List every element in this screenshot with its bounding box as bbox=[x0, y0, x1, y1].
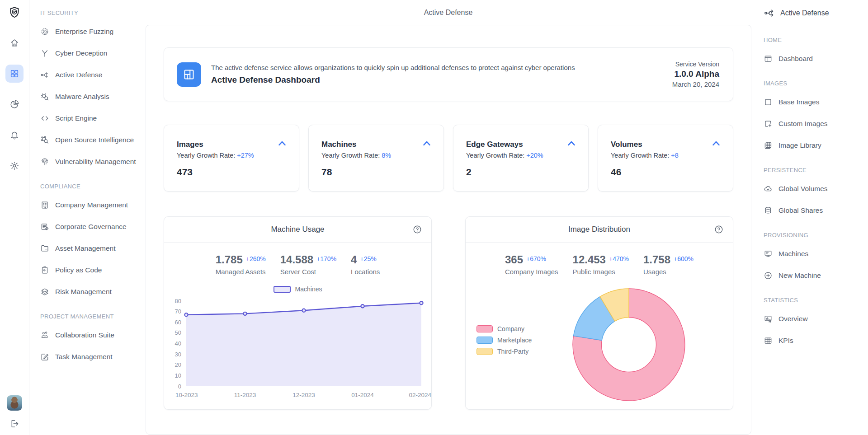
right-sidebar-item-global-volumes[interactable]: Global Volumes bbox=[764, 178, 864, 200]
flow-branch-icon bbox=[40, 70, 49, 80]
home-icon bbox=[9, 38, 19, 48]
rail-item-grid[interactable] bbox=[5, 65, 24, 83]
legend-label: Marketplace bbox=[497, 337, 532, 344]
banner-description: The active defense service allows organi… bbox=[211, 64, 575, 71]
code-icon bbox=[40, 114, 49, 123]
legend-item-company[interactable]: Company bbox=[476, 325, 532, 332]
chart-stats: 365+670% Company Images 12.453+470% Publ… bbox=[466, 254, 733, 276]
help-icon[interactable] bbox=[714, 225, 724, 237]
rail-item-home[interactable] bbox=[5, 34, 24, 52]
sidebar-item-label: Policy as Code bbox=[55, 266, 102, 274]
sidebar-item-task-management[interactable]: Task Management bbox=[40, 346, 140, 368]
legend-swatch bbox=[476, 325, 493, 332]
database-icon bbox=[764, 206, 773, 215]
stat-card-growth-value: +27% bbox=[237, 152, 254, 159]
stat-card-title: Volumes bbox=[611, 140, 721, 149]
stat-card-title: Machines bbox=[321, 140, 432, 149]
rail-item-gear[interactable] bbox=[5, 157, 24, 175]
sidebar-item-script-engine[interactable]: Script Engine bbox=[40, 108, 140, 129]
legend-item-machines[interactable]: Machines bbox=[164, 285, 431, 293]
legend-swatch bbox=[476, 337, 493, 344]
sidebar-item-open-source-intelligence[interactable]: Open Source Intelligence bbox=[40, 129, 140, 151]
main-panel: The active defense service allows organi… bbox=[146, 25, 751, 435]
legend-swatch bbox=[274, 286, 291, 293]
chevron-up-icon[interactable] bbox=[710, 138, 722, 151]
sidebar-section-label: IT SECURITY bbox=[40, 9, 140, 17]
legend-label: Company bbox=[497, 325, 524, 332]
stat-card-row: Images Yearly Growth Rate: +27% 473 Mach… bbox=[164, 125, 733, 192]
sidebar-item-active-defense[interactable]: Active Defense bbox=[40, 64, 140, 86]
right-sidebar-item-label: Image Library bbox=[778, 141, 821, 150]
legend-swatch bbox=[476, 348, 493, 355]
right-sidebar-item-dashboard[interactable]: Dashboard bbox=[764, 48, 864, 70]
rail-item-pie[interactable] bbox=[5, 95, 24, 113]
svg-text:10-2023: 10-2023 bbox=[175, 392, 198, 398]
right-sidebar-item-custom-images[interactable]: Custom Images bbox=[764, 113, 864, 135]
chart-stat-value: 1.758 bbox=[643, 254, 670, 266]
svg-text:02-2024: 02-2024 bbox=[409, 392, 431, 398]
logout-icon[interactable] bbox=[9, 419, 19, 429]
chart-stat-delta: +470% bbox=[609, 254, 629, 262]
sidebar-item-cyber-deception[interactable]: Cyber Deception bbox=[40, 42, 140, 64]
right-sidebar-item-kpis[interactable]: KPIs bbox=[764, 330, 864, 351]
dashboard-tile-icon bbox=[177, 62, 201, 87]
stat-card-value: 46 bbox=[611, 167, 721, 178]
sidebar-item-collaboration-suite[interactable]: Collaboration Suite bbox=[40, 324, 140, 346]
right-sidebar-item-new-machine[interactable]: New Machine bbox=[764, 265, 864, 286]
svg-text:30: 30 bbox=[175, 351, 181, 358]
right-sidebar-item-global-shares[interactable]: Global Shares bbox=[764, 200, 864, 221]
stat-card-images: Images Yearly Growth Rate: +27% 473 bbox=[164, 125, 299, 192]
right-sidebar-item-label: New Machine bbox=[778, 271, 821, 280]
chart-stat-delta: +600% bbox=[674, 254, 693, 262]
right-sidebar-item-machines[interactable]: Machines bbox=[764, 243, 864, 265]
service-version-block: Service Version 1.0.0 Alpha March 20, 20… bbox=[672, 61, 719, 88]
dashboard-banner: The active defense service allows organi… bbox=[164, 47, 733, 101]
right-sidebar-item-base-images[interactable]: Base Images bbox=[764, 91, 864, 113]
main-area: Active Defense The active defense servic… bbox=[144, 0, 753, 435]
chevron-up-icon[interactable] bbox=[566, 138, 577, 151]
legend-item-marketplace[interactable]: Marketplace bbox=[476, 337, 532, 344]
sidebar-item-asset-management[interactable]: Asset Management bbox=[40, 238, 140, 259]
chevron-up-icon[interactable] bbox=[421, 138, 433, 151]
sidebar-section-label: COMPLIANCE bbox=[40, 182, 140, 191]
left-sidebar: IT SECURITYEnterprise FuzzingCyber Decep… bbox=[29, 0, 144, 435]
folder-icon bbox=[40, 244, 49, 253]
right-sidebar-item-label: Machines bbox=[778, 250, 808, 258]
rail-item-bell[interactable] bbox=[5, 126, 24, 144]
sidebar-item-company-management[interactable]: Company Management bbox=[40, 194, 140, 216]
service-version-date: March 20, 2024 bbox=[672, 80, 719, 88]
right-sidebar-item-label: Dashboard bbox=[778, 55, 813, 63]
right-sidebar-section-label: PROVISIONING bbox=[764, 231, 864, 239]
left-icon-rail bbox=[0, 0, 29, 435]
sidebar-item-risk-management[interactable]: Risk Management bbox=[40, 281, 140, 303]
right-sidebar-section-label: PERSISTENCE bbox=[764, 166, 864, 174]
help-icon[interactable] bbox=[412, 225, 422, 237]
sidebar-item-label: Active Defense bbox=[55, 71, 102, 79]
right-sidebar-item-label: Global Volumes bbox=[778, 185, 828, 193]
sidebar-item-label: Collaboration Suite bbox=[55, 331, 114, 339]
sidebar-item-policy-as-code[interactable]: Policy as Code bbox=[40, 259, 140, 281]
user-avatar[interactable] bbox=[7, 395, 22, 411]
sidebar-item-malware-analysis[interactable]: Malware Analysis bbox=[40, 86, 140, 108]
stat-card-growth-value: +8 bbox=[671, 152, 679, 159]
image-distribution-donut-chart bbox=[571, 287, 686, 402]
sidebar-item-vulnerability-management[interactable]: Vulnerability Management bbox=[40, 151, 140, 173]
chart-stat-label: Server Cost bbox=[280, 268, 336, 276]
right-sidebar-item-image-library[interactable]: Image Library bbox=[764, 135, 864, 156]
chevron-up-icon[interactable] bbox=[276, 138, 288, 151]
chart-title: Machine Usage bbox=[164, 217, 431, 243]
bell-icon bbox=[9, 130, 19, 140]
sidebar-item-enterprise-fuzzing[interactable]: Enterprise Fuzzing bbox=[40, 21, 140, 42]
sidebar-item-corporate-governance[interactable]: Corporate Governance bbox=[40, 216, 140, 238]
machine-usage-line-chart: 0102030405060708010-202311-202312-202301… bbox=[164, 295, 433, 407]
chart-stat-server-cost: 14.588+170% Server Cost bbox=[280, 254, 336, 276]
stat-card-value: 473 bbox=[177, 167, 287, 178]
chart-stat-value: 365 bbox=[505, 254, 523, 266]
sidebar-item-label: Vulnerability Management bbox=[55, 158, 136, 166]
monitor-icon bbox=[764, 249, 773, 258]
chart-stat-delta: +170% bbox=[316, 254, 336, 262]
stat-card-growth: Yearly Growth Rate: 8% bbox=[321, 152, 432, 159]
right-sidebar-item-overview[interactable]: Overview bbox=[764, 308, 864, 330]
legend-item-third-party[interactable]: Third-Party bbox=[476, 348, 532, 355]
chart-stat-usages: 1.758+600% Usages bbox=[643, 254, 693, 276]
